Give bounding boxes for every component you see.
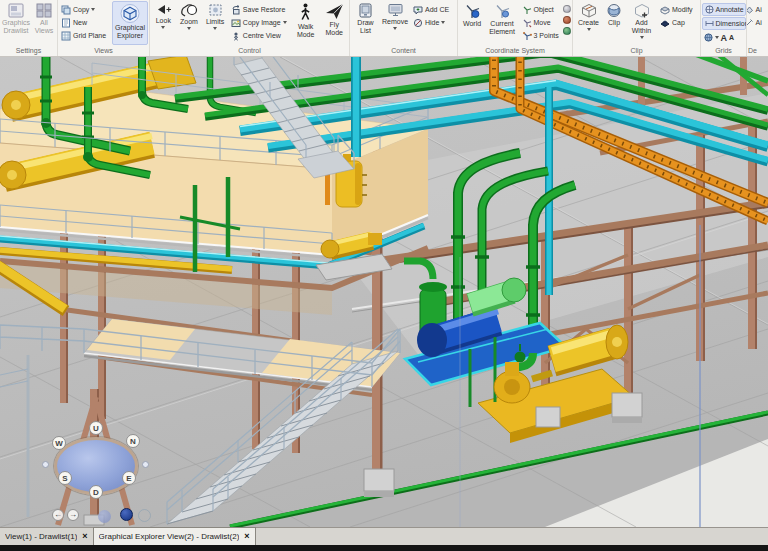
clip-button[interactable]: Clip	[603, 1, 625, 45]
graphics-drawlist-label: Graphics Drawlist	[2, 19, 30, 35]
clip-sphere-icon	[606, 3, 622, 18]
navigation-compass[interactable]: U N W S E D ← →	[40, 421, 156, 523]
draw-list-button[interactable]: Draw List	[352, 1, 379, 45]
walk-mode-button[interactable]: Walk Mode	[292, 1, 320, 45]
new-button[interactable]: New	[59, 16, 111, 29]
limits-button[interactable]: Limits	[202, 1, 228, 45]
limits-label: Limits	[206, 18, 224, 26]
view-tab-bar: View(1) - Drawlist(1) × Graphical Explor…	[0, 527, 768, 545]
compass-settings-icon[interactable]	[138, 509, 151, 522]
add-within-button[interactable]: Add Within	[626, 1, 657, 45]
centre-view-label: Centre View	[243, 32, 281, 39]
grids-dimension-button[interactable]: Dimension	[702, 17, 746, 30]
grids-font-increase-button[interactable]: A	[721, 33, 728, 43]
world-axes-icon	[464, 3, 481, 19]
world-button[interactable]: World	[460, 1, 485, 45]
copy-image-icon	[231, 18, 241, 28]
compass-south-button[interactable]: S	[58, 471, 72, 485]
hide-dropdown-arrow	[441, 21, 445, 24]
grids-globe-icon[interactable]	[704, 33, 713, 42]
cs-move-button[interactable]: Move	[520, 16, 562, 29]
graphical-explorer-button[interactable]: Graphical Explorer	[112, 1, 148, 45]
graphical-explorer-label: Graphical Explorer	[114, 24, 146, 40]
ribbon-group-clip: Create Clip Add Within Modify	[573, 0, 701, 56]
save-restore-button[interactable]: Save Restore	[229, 3, 291, 16]
ribbon-group-clip-label: Clip	[574, 46, 699, 56]
graphics-drawlist-button[interactable]: Graphics Drawlist	[1, 1, 31, 45]
clip-modify-button[interactable]: Modify	[658, 3, 698, 16]
save-restore-label: Save Restore	[243, 6, 285, 13]
ribbon-group-control-label: Control	[151, 46, 348, 56]
grids-globe-dropdown-arrow[interactable]	[715, 36, 719, 39]
ribbon: Graphics Drawlist All Views Settings Cop…	[0, 0, 768, 57]
fly-mode-button[interactable]: Fly Mode	[320, 1, 348, 45]
remove-button[interactable]: Remove	[380, 1, 410, 45]
limits-dropdown-arrow	[213, 27, 217, 30]
compass-globe-mode-icon[interactable]	[120, 508, 133, 521]
aid-icon-1	[747, 5, 754, 14]
cs-object-button[interactable]: Object	[520, 3, 562, 16]
compass-north-button[interactable]: N	[126, 434, 140, 448]
3d-viewport[interactable]: U N W S E D ← →	[0, 57, 768, 527]
compass-down-button[interactable]: D	[89, 485, 103, 499]
tab-view-2-close-icon[interactable]: ×	[244, 532, 249, 541]
centre-view-button[interactable]: Centre View	[229, 29, 291, 42]
compass-west-button[interactable]: W	[52, 436, 66, 450]
all-views-button[interactable]: All Views	[32, 1, 56, 45]
current-element-button[interactable]: Current Element	[486, 1, 519, 45]
zoom-button[interactable]: Zoom	[177, 1, 202, 45]
remove-dropdown-arrow	[393, 27, 397, 30]
aid-button-2[interactable]: Ai	[747, 16, 768, 29]
ribbon-group-views-label: Views	[59, 46, 148, 56]
ribbon-group-design-aids-partial: Ai Ai De	[747, 0, 768, 56]
fly-mode-icon	[325, 3, 344, 20]
tab-view-1-close-icon[interactable]: ×	[82, 532, 87, 541]
walk-mode-icon	[299, 3, 312, 22]
copy-image-button[interactable]: Copy Image	[229, 16, 291, 29]
ribbon-group-settings-label: Settings	[1, 46, 56, 56]
draw-list-icon	[358, 3, 373, 18]
cs-3points-button[interactable]: 3 Points	[520, 29, 562, 42]
compass-dot-west-mid[interactable]	[42, 461, 49, 468]
clip-create-button[interactable]: Create	[575, 1, 602, 45]
compass-east-button[interactable]: E	[122, 471, 136, 485]
cs-sphere-tool-icon[interactable]	[563, 5, 571, 13]
clip-cap-button[interactable]: Cap	[658, 16, 698, 29]
aid-button-1[interactable]: Ai	[747, 3, 768, 16]
tab-view-1[interactable]: View(1) - Drawlist(1) ×	[0, 528, 93, 545]
tab-view-1-label: View(1) - Drawlist(1)	[5, 532, 77, 541]
look-button[interactable]: Look	[151, 1, 176, 45]
compass-sphere-mode-icon[interactable]	[98, 510, 111, 523]
grid-plane-button[interactable]: Grid Plane	[59, 29, 111, 42]
remove-label: Remove	[382, 18, 408, 26]
zoom-label: Zoom	[180, 18, 198, 26]
cs-red-globe-icon[interactable]	[563, 16, 571, 24]
clip-modify-icon	[660, 5, 670, 15]
grids-annotate-button[interactable]: Annotate	[702, 3, 746, 16]
hide-button[interactable]: Hide	[411, 16, 455, 29]
cs-green-globe-icon[interactable]	[563, 27, 571, 35]
copy-button[interactable]: Copy	[59, 3, 111, 16]
ribbon-group-grids: Annotate Dimension A A Grids	[701, 0, 747, 56]
all-views-icon	[36, 3, 52, 18]
hide-icon	[413, 18, 423, 28]
add-ce-button[interactable]: Add CE	[411, 3, 455, 16]
zoom-dropdown-arrow	[187, 27, 191, 30]
add-within-label: Add Within	[627, 19, 656, 35]
compass-rotate-right-button[interactable]: →	[67, 509, 79, 521]
compass-up-button[interactable]: U	[89, 421, 103, 435]
cs-move-label: Move	[534, 19, 551, 26]
compass-rotate-left-button[interactable]: ←	[52, 509, 64, 521]
clip-create-icon	[581, 3, 597, 18]
copy-image-dropdown-arrow	[283, 21, 287, 24]
compass-dot-east-mid[interactable]	[142, 461, 149, 468]
grid-plane-icon	[61, 31, 71, 41]
copy-image-label: Copy Image	[243, 19, 281, 26]
tab-view-2[interactable]: Graphical Explorer View(2) - Drawlist(2)…	[93, 527, 256, 545]
remove-icon	[387, 3, 404, 17]
grids-font-decrease-button[interactable]: A	[729, 34, 734, 41]
limits-icon	[208, 3, 223, 17]
add-within-icon	[634, 3, 650, 18]
ribbon-group-content-label: Content	[351, 46, 456, 56]
hide-label: Hide	[425, 19, 439, 26]
